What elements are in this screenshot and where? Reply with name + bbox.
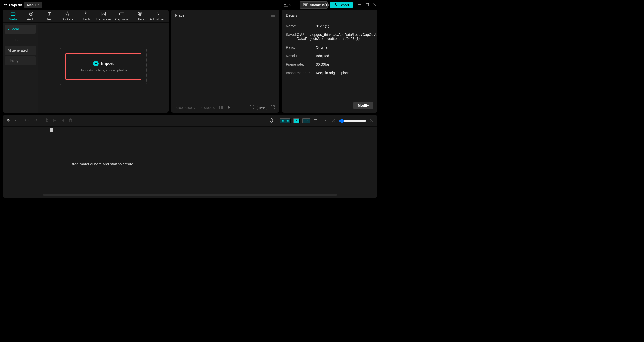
svg-rect-11 <box>120 13 124 15</box>
detail-saved-label: Saved: <box>286 33 297 41</box>
player-panel: Player 00:00:00:00 / 00:00:00:00 Ratio <box>171 10 279 113</box>
minimize-button[interactable] <box>358 2 362 7</box>
zoom-in-button[interactable] <box>369 118 374 124</box>
ratio-button[interactable]: Ratio <box>257 106 267 110</box>
effects-icon <box>83 11 88 17</box>
svg-rect-6 <box>305 5 307 6</box>
minimize-icon <box>358 3 361 6</box>
player-options-icon[interactable] <box>271 14 275 17</box>
auto-snap-button[interactable]: ✦ <box>293 118 300 123</box>
play-button[interactable] <box>226 105 232 111</box>
detail-framerate-label: Frame rate: <box>286 62 316 66</box>
focus-icon <box>250 105 254 109</box>
layout-icon <box>284 3 288 7</box>
player-viewport[interactable] <box>171 21 279 103</box>
capcut-logo-icon <box>3 3 8 7</box>
tab-stickers[interactable]: Stickers <box>58 10 76 22</box>
import-subtitle: Supports: videos, audios, photos <box>80 68 127 72</box>
app-name: CapCut <box>9 3 22 7</box>
svg-rect-17 <box>219 106 220 109</box>
svg-rect-7 <box>366 3 369 6</box>
cover-button[interactable] <box>321 118 328 124</box>
svg-rect-20 <box>70 119 72 122</box>
export-button[interactable]: Export <box>330 2 353 8</box>
player-title: Player <box>175 13 186 17</box>
sidebar-item-import[interactable]: Import <box>5 35 36 44</box>
maximize-icon <box>366 3 369 6</box>
zoom-out-button[interactable] <box>331 118 336 124</box>
svg-rect-1 <box>284 4 286 5</box>
mic-icon <box>270 118 273 123</box>
play-icon <box>227 106 231 109</box>
app-logo: CapCut <box>3 3 22 7</box>
chevron-down-icon <box>289 4 291 6</box>
tab-text[interactable]: Text <box>40 10 58 22</box>
tool-dropdown[interactable] <box>14 118 19 124</box>
video-track-dropzone[interactable]: Drag material here and start to create <box>53 154 373 174</box>
tab-captions[interactable]: Captions <box>113 10 131 22</box>
compare-button[interactable] <box>218 105 224 111</box>
close-button[interactable] <box>373 2 377 7</box>
sidebar-item-local[interactable]: ▸ Local <box>5 25 36 34</box>
delete-right-button[interactable] <box>60 117 65 124</box>
main-track-magnet-button[interactable]: ■⟷■ <box>280 118 291 123</box>
delete-left-button[interactable] <box>52 117 57 124</box>
cut-right-icon <box>61 118 64 122</box>
modify-button[interactable]: Modify <box>353 102 373 109</box>
menu-button[interactable]: Menu <box>24 2 42 8</box>
media-icon <box>10 11 16 17</box>
tab-filters[interactable]: Filters <box>131 10 149 22</box>
svg-point-15 <box>157 12 158 13</box>
linkage-button[interactable]: ⟷ <box>302 118 310 123</box>
redo-icon <box>33 119 37 122</box>
preview-axis-button[interactable] <box>313 118 319 124</box>
svg-rect-2 <box>303 3 308 6</box>
chevron-down-icon <box>37 4 39 6</box>
render-quality-button[interactable] <box>249 104 255 111</box>
zoom-slider[interactable] <box>339 119 366 123</box>
cursor-icon <box>7 118 11 122</box>
svg-rect-25 <box>61 162 66 166</box>
media-sidebar: ▸ Local Import AI generated Library <box>3 23 38 113</box>
chevron-down-icon <box>15 119 18 122</box>
zoom-in-icon <box>370 119 373 122</box>
fullscreen-button[interactable] <box>270 104 276 111</box>
tab-transitions[interactable]: Transitions <box>95 10 113 22</box>
playhead[interactable] <box>49 127 54 194</box>
detail-framerate-value: 30.00fps <box>316 62 373 66</box>
layout-button[interactable] <box>283 2 292 8</box>
timeline-toolbar: ■⟷■ ✦ ⟷ <box>3 115 377 127</box>
detail-resolution-label: Resolution: <box>286 54 316 58</box>
selection-tool-button[interactable] <box>6 117 12 124</box>
detail-ratio-value: Original <box>316 45 373 49</box>
playhead-handle[interactable] <box>50 128 53 132</box>
tab-audio[interactable]: Audio <box>22 10 40 22</box>
svg-rect-22 <box>323 119 327 122</box>
record-audio-button[interactable] <box>269 117 274 124</box>
undo-icon <box>25 119 29 122</box>
tab-effects[interactable]: Effects <box>76 10 95 22</box>
sidebar-item-ai[interactable]: AI generated <box>5 46 36 55</box>
adjustment-icon <box>155 11 161 17</box>
svg-rect-3 <box>304 4 305 5</box>
maximize-button[interactable] <box>365 2 369 7</box>
compare-icon <box>219 106 223 109</box>
tab-adjustment[interactable]: Adjustment <box>149 10 167 22</box>
delete-button[interactable] <box>68 117 73 124</box>
import-dropzone[interactable]: + Import Supports: videos, audios, photo… <box>65 53 142 80</box>
timeline-scrollbar[interactable] <box>43 194 337 196</box>
timecode-total: 00:00:00:00 <box>198 106 215 110</box>
detail-saved-value: C:/Users/topgus_thinkpad/AppData/Local/C… <box>297 33 377 41</box>
svg-rect-21 <box>271 118 272 121</box>
details-panel: Details Name:0427 (1) Saved:C:/Users/top… <box>282 10 377 113</box>
svg-point-16 <box>158 14 159 15</box>
divider <box>296 2 296 7</box>
sidebar-item-library[interactable]: Library <box>5 56 36 65</box>
undo-button[interactable] <box>24 118 30 124</box>
detail-resolution-value: Adapted <box>316 54 373 58</box>
split-button[interactable] <box>44 117 49 124</box>
redo-button[interactable] <box>32 118 38 124</box>
svg-point-19 <box>251 107 252 108</box>
zoom-out-icon <box>332 119 335 122</box>
tab-media[interactable]: Media <box>4 10 22 22</box>
